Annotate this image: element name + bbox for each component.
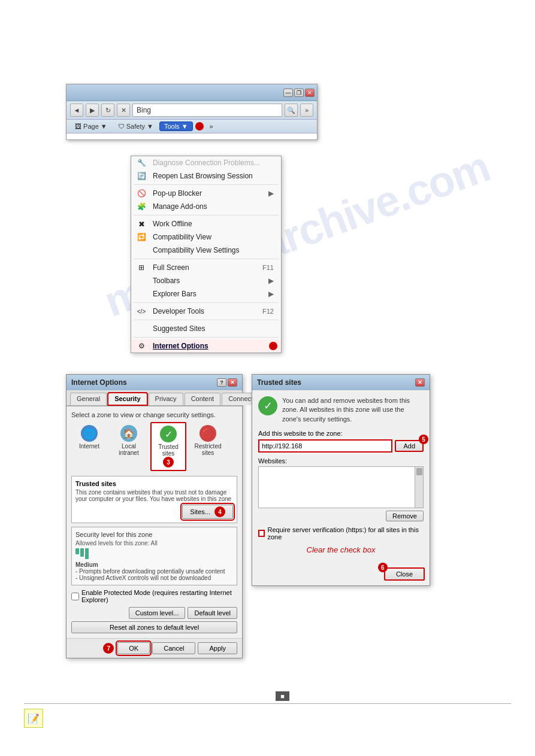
tools-label: Tools xyxy=(164,123,180,130)
internet-options-icon: ⚙ xyxy=(136,341,147,351)
zone-trusted-sites[interactable]: ✓ Trusted sites 3 xyxy=(150,422,186,471)
internet-options-circle xyxy=(269,342,277,350)
clear-checkbox-text: Clear the check box xyxy=(258,545,424,554)
address-bar[interactable]: Bing xyxy=(132,104,282,117)
addons-label: Manage Add-ons xyxy=(153,202,207,211)
dialog-footer: 7 OK Cancel Apply xyxy=(67,638,242,658)
inet-titlebar: Internet Options ? ✕ xyxy=(67,375,242,390)
extra-button[interactable]: » xyxy=(300,104,313,117)
reset-zones-button[interactable]: Reset all zones to default level xyxy=(71,621,237,633)
security-desc: Medium - Prompts before downloading pote… xyxy=(75,561,233,581)
popup-icon: 🚫 xyxy=(136,188,147,199)
minimize-button[interactable]: — xyxy=(283,89,293,97)
trusted-title: Trusted sites xyxy=(257,378,301,387)
protect-mode-row: Enable Protected Mode (requires restarti… xyxy=(71,589,237,603)
zone-restricted[interactable]: 🚫 Restricted sites xyxy=(190,422,226,471)
browser-menubar: 🖼 Page ▼ 🛡 Safety ▼ Tools ▼ » xyxy=(67,120,317,133)
sites-button[interactable]: Sites... 4 xyxy=(182,505,233,519)
tab-content[interactable]: Content xyxy=(185,393,221,405)
menu-internet-options[interactable]: ⚙ Internet Options xyxy=(131,339,281,353)
menu-compat[interactable]: 🔁 Compatibility View xyxy=(131,230,281,244)
ok-badge: 7 xyxy=(103,643,114,654)
menu-diagnose[interactable]: 🔧 Diagnose Connection Problems... xyxy=(131,156,281,169)
bar-2 xyxy=(80,548,84,557)
inet-close-button[interactable]: ✕ xyxy=(228,378,237,387)
menu-offline[interactable]: ✖ Work Offline xyxy=(131,217,281,230)
separator-5 xyxy=(134,320,279,320)
safety-menu[interactable]: 🛡 Safety ▼ xyxy=(113,122,158,131)
menu-suggested[interactable]: Suggested Sites xyxy=(131,322,281,335)
page-menu[interactable]: 🖼 Page ▼ xyxy=(70,122,112,131)
sites-badge-4: 4 xyxy=(214,506,225,517)
trusted-sites-box-title: Trusted sites xyxy=(75,480,233,487)
local-zone-label: Local intranet xyxy=(114,443,144,456)
trusted-input-row: 5 Add xyxy=(258,439,424,453)
remove-button[interactable]: Remove xyxy=(386,511,424,521)
search-button[interactable]: 🔍 xyxy=(285,104,298,117)
menu-popup[interactable]: 🚫 Pop-up Blocker ▶ xyxy=(131,187,281,200)
websites-scrollbar[interactable] xyxy=(415,467,423,508)
menu-reopen[interactable]: 🔄 Reopen Last Browsing Session xyxy=(131,169,281,183)
explorer-bars-arrow: ▶ xyxy=(268,290,274,298)
default-level-button[interactable]: Default level xyxy=(188,607,237,619)
menu-compat-settings[interactable]: Compatibility View Settings xyxy=(131,244,281,257)
maximize-button[interactable]: ❐ xyxy=(294,89,304,97)
trusted-header-row: ✓ You can add and remove websites from t… xyxy=(258,396,424,424)
separator-1 xyxy=(134,184,279,185)
https-checkbox[interactable] xyxy=(258,530,265,537)
protect-mode-label: Enable Protected Mode (requires restarti… xyxy=(81,589,237,603)
apply-button[interactable]: Apply xyxy=(198,642,237,654)
zone-local-intranet[interactable]: 🏠 Local intranet xyxy=(111,422,147,471)
menu-developer[interactable]: </> Developer Tools F12 xyxy=(131,305,281,318)
zone-internet[interactable]: 🌐 Internet xyxy=(71,422,107,471)
refresh-button[interactable]: ↻ xyxy=(101,104,114,117)
more-menu[interactable]: » xyxy=(205,122,218,131)
security-bars xyxy=(75,548,233,559)
fullscreen-label: Full Screen xyxy=(153,263,189,272)
menu-fullscreen[interactable]: ⊞ Full Screen F11 xyxy=(131,261,281,274)
close-button[interactable]: ✕ xyxy=(305,89,315,97)
ok-button[interactable]: OK xyxy=(117,642,150,654)
reopen-label: Reopen Last Browsing Session xyxy=(153,172,253,180)
tools-menu-button[interactable]: Tools ▼ xyxy=(159,122,193,131)
menu-explorer-bars[interactable]: Explorer Bars ▶ xyxy=(131,287,281,300)
allowed-levels: Allowed levels for this zone: All xyxy=(75,540,233,546)
trusted-close-button[interactable]: Close xyxy=(384,567,425,581)
https-checkbox-row: Require server verification (https:) for… xyxy=(258,526,424,541)
restricted-zone-label: Restricted sites xyxy=(193,443,223,456)
browser-titlebar: — ❐ ✕ xyxy=(67,84,317,101)
badge-5: 5 xyxy=(419,435,428,444)
scrollbar-thumb xyxy=(416,468,422,475)
trusted-titlebar: Trusted sites ✕ xyxy=(252,375,430,390)
security-bullet-2: - Unsigned ActiveX controls will not be … xyxy=(75,575,211,581)
trusted-body: ✓ You can add and remove websites from t… xyxy=(252,390,430,565)
custom-level-button[interactable]: Custom level... xyxy=(129,607,186,619)
menu-addons[interactable]: 🧩 Manage Add-ons xyxy=(131,200,281,213)
back-button[interactable]: ◄ xyxy=(70,104,83,117)
menu-toolbars[interactable]: Toolbars ▶ xyxy=(131,274,281,287)
popup-label: Pop-up Blocker xyxy=(153,189,202,198)
protect-mode-checkbox[interactable] xyxy=(71,593,79,600)
security-level-name: Medium xyxy=(75,561,98,568)
tab-privacy[interactable]: Privacy xyxy=(149,393,183,405)
tab-general[interactable]: General xyxy=(70,393,107,405)
internet-zone-icon: 🌐 xyxy=(81,425,98,442)
addons-icon: 🧩 xyxy=(136,201,147,212)
stop-button[interactable]: ✕ xyxy=(117,104,130,117)
https-label: Require server verification (https:) for… xyxy=(267,526,424,541)
trusted-sites-box-desc: This zone contains websites that you tru… xyxy=(75,489,233,502)
trusted-sites-info-box: Trusted sites This zone contains website… xyxy=(71,476,237,523)
developer-shortcut: F12 xyxy=(262,308,274,315)
trusted-url-input[interactable] xyxy=(258,439,392,453)
trusted-close-x-button[interactable]: ✕ xyxy=(415,378,425,387)
developer-icon: </> xyxy=(136,306,147,317)
inet-help-button[interactable]: ? xyxy=(217,378,226,387)
separator-4 xyxy=(134,302,279,303)
tab-security[interactable]: Security xyxy=(108,393,147,405)
forward-button[interactable]: ▶ xyxy=(86,104,99,117)
offline-label: Work Offline xyxy=(153,220,192,228)
toolbars-label: Toolbars xyxy=(153,277,180,285)
cancel-button[interactable]: Cancel xyxy=(152,642,195,654)
security-level-box: Security level for this zone Allowed lev… xyxy=(71,527,237,585)
zone-badge-3: 3 xyxy=(163,457,174,467)
